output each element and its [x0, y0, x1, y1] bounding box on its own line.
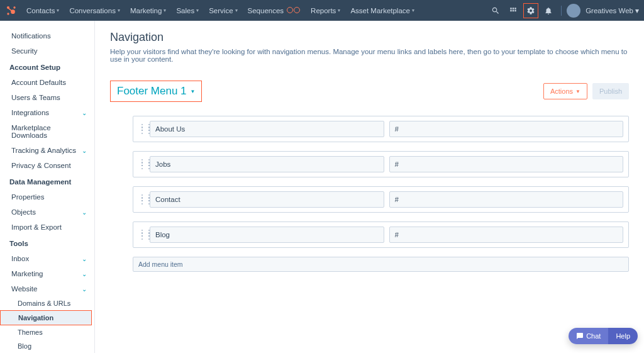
menu-item-row: ⋮⋮⋮⋮	[133, 186, 629, 213]
menu-item-row: ⋮⋮⋮⋮	[133, 116, 629, 142]
publish-button: Publish	[592, 83, 629, 99]
menu-item-label-input[interactable]	[150, 156, 384, 172]
sidebar-item-inbox[interactable]: Inbox⌄	[0, 251, 92, 266]
sidebar-sub-themes[interactable]: Themes	[0, 325, 92, 339]
chevron-down-icon: ⌄	[82, 147, 87, 154]
sidebar-item-privacy-consent[interactable]: Privacy & Consent	[0, 158, 92, 173]
sidebar-item-marketplace-downloads[interactable]: Marketplace Downloads	[0, 120, 92, 143]
chevron-down-icon: ▾	[57, 8, 59, 13]
topnav-conversations[interactable]: Conversations▾	[65, 4, 124, 17]
svg-point-1	[13, 6, 15, 8]
topnav-menu: Contacts▾ Conversations▾ Marketing▾ Sale…	[23, 4, 418, 17]
svg-point-2	[7, 13, 9, 14]
chat-button[interactable]: Chat	[569, 328, 608, 344]
sidebar-item-properties[interactable]: Properties	[0, 189, 92, 205]
caret-down-icon: ▼	[191, 89, 196, 94]
sidebar-item-security[interactable]: Security	[0, 43, 92, 59]
user-avatar[interactable]	[567, 4, 580, 18]
top-nav: Contacts▾ Conversations▾ Marketing▾ Sale…	[0, 0, 644, 21]
topnav-marketing[interactable]: Marketing▾	[126, 4, 170, 17]
chevron-down-icon: ▾	[338, 8, 340, 13]
menu-item-url-input[interactable]	[389, 227, 624, 243]
menu-item-url-input[interactable]	[389, 191, 624, 208]
chevron-down-icon: ▾	[196, 8, 199, 13]
sidebar-item-integrations[interactable]: Integrations⌄	[0, 105, 92, 120]
sidebar-item-objects[interactable]: Objects⌄	[0, 205, 92, 220]
sidebar-item-users-teams[interactable]: Users & Teams	[0, 90, 92, 105]
chevron-down-icon: ⌄	[82, 271, 87, 277]
search-icon[interactable]	[488, 3, 503, 18]
notifications-bell-icon[interactable]	[541, 3, 556, 18]
caret-down-icon: ▼	[575, 89, 580, 94]
menu-item-row: ⋮⋮⋮⋮	[133, 151, 629, 177]
chevron-down-icon: ⌄	[82, 286, 87, 293]
add-menu-item-button[interactable]: Add menu item	[133, 257, 629, 272]
sidebar-heading-data-management: Data Management	[0, 173, 92, 189]
menu-item-url-input[interactable]	[389, 121, 624, 137]
actions-button[interactable]: Actions▼	[543, 83, 587, 99]
sidebar-item-website[interactable]: Website⌄	[0, 281, 92, 296]
divider	[561, 6, 562, 16]
topnav-right: Greatives Web▾	[488, 3, 639, 18]
sidebar-item-tracking-analytics[interactable]: Tracking & Analytics⌄	[0, 143, 92, 158]
hubspot-logo[interactable]	[5, 4, 18, 17]
drag-handle-icon[interactable]: ⋮⋮⋮⋮	[138, 161, 145, 167]
topnav-sequences[interactable]: Sequences	[244, 4, 305, 17]
marketplace-icon[interactable]	[506, 3, 521, 18]
chevron-down-icon: ▾	[164, 8, 166, 13]
topnav-reports[interactable]: Reports▾	[307, 4, 344, 17]
menu-item-url-input[interactable]	[389, 156, 624, 172]
topnav-service[interactable]: Service▾	[205, 4, 241, 17]
chevron-down-icon: ⌄	[82, 209, 87, 216]
sidebar-item-notifications[interactable]: Notifications	[0, 28, 92, 43]
menu-item-row: ⋮⋮⋮⋮	[133, 221, 629, 248]
chevron-down-icon: ▾	[235, 8, 238, 13]
chevron-down-icon: ⌄	[82, 109, 87, 116]
sidebar-heading-account-setup: Account Setup	[0, 59, 92, 75]
sidebar-heading-tools: Tools	[0, 235, 92, 251]
menu-item-label-input[interactable]	[150, 227, 384, 243]
menu-selector-dropdown[interactable]: Footer Menu 1 ▼	[110, 81, 202, 102]
sidebar-item-marketing[interactable]: Marketing⌄	[0, 266, 92, 281]
sidebar-item-import-export[interactable]: Import & Export	[0, 220, 92, 235]
chat-bubble-icon	[576, 332, 584, 340]
menu-items-list: ⋮⋮⋮⋮ ⋮⋮⋮⋮ ⋮⋮⋮⋮ ⋮⋮⋮⋮	[110, 116, 629, 248]
topnav-contacts[interactable]: Contacts▾	[23, 4, 63, 17]
sequences-status-icon	[287, 7, 301, 14]
drag-handle-icon[interactable]: ⋮⋮⋮⋮	[138, 196, 145, 203]
sidebar-item-account-defaults[interactable]: Account Defaults	[0, 75, 92, 90]
main-content: Navigation Help your visitors find what …	[95, 21, 644, 353]
chevron-down-icon: ⌄	[82, 255, 87, 262]
chevron-down-icon: ▾	[635, 6, 639, 15]
settings-sidebar: Notifications Security Account Setup Acc…	[0, 21, 95, 353]
settings-gear-icon[interactable]	[523, 3, 538, 18]
account-menu[interactable]: Greatives Web▾	[586, 6, 639, 15]
chevron-down-icon: ▾	[412, 8, 414, 13]
drag-handle-icon[interactable]: ⋮⋮⋮⋮	[138, 232, 145, 238]
sidebar-sub-domains-urls[interactable]: Domains & URLs	[0, 296, 92, 310]
drag-handle-icon[interactable]: ⋮⋮⋮⋮	[138, 126, 145, 132]
sidebar-sub-blog[interactable]: Blog	[0, 339, 92, 353]
chat-help-widget: Chat Help	[569, 328, 638, 344]
menu-item-label-input[interactable]	[150, 191, 384, 208]
topnav-sales[interactable]: Sales▾	[172, 4, 203, 17]
chevron-down-icon: ▾	[118, 8, 120, 13]
page-title: Navigation	[110, 31, 629, 44]
menu-selector-label: Footer Menu 1	[117, 85, 187, 98]
help-button[interactable]: Help	[608, 328, 638, 344]
menu-item-label-input[interactable]	[150, 121, 384, 137]
page-description: Help your visitors find what they're loo…	[110, 48, 629, 63]
sidebar-sub-navigation[interactable]: Navigation	[0, 310, 92, 325]
topnav-asset-marketplace[interactable]: Asset Marketplace▾	[347, 4, 418, 17]
